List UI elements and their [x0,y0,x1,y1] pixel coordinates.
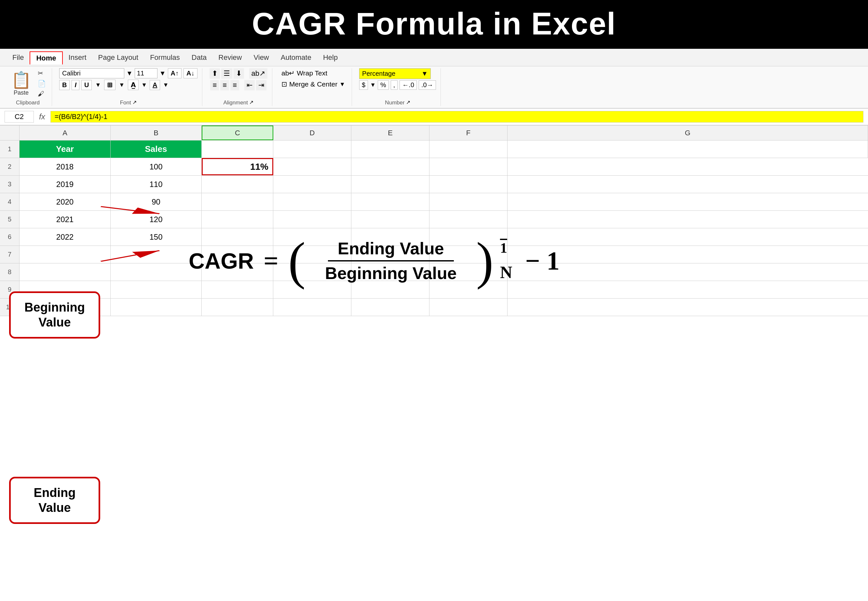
tab-automate[interactable]: Automate [275,51,317,64]
cell-g3[interactable] [507,175,868,193]
tab-data[interactable]: Data [186,51,212,64]
cell-d4[interactable] [273,193,351,211]
cell-a8[interactable] [20,264,111,281]
formula-input[interactable] [50,111,863,123]
align-left-button[interactable]: ≡ [210,80,219,90]
cell-d5[interactable] [273,211,351,228]
cell-a7[interactable] [20,246,111,263]
fill-color-button[interactable]: A̲ [128,80,139,90]
col-header-f[interactable]: F [429,125,507,140]
decrease-decimal-button[interactable]: ←.0 [399,80,417,90]
cell-b5[interactable]: 120 [111,211,202,228]
copy-button[interactable]: 📄 [37,79,47,88]
cell-b8[interactable] [111,264,202,281]
cell-a5[interactable]: 2021 [20,211,111,228]
cell-a1[interactable]: Year [20,140,111,158]
cell-c1[interactable] [202,140,273,158]
cell-g2[interactable] [507,158,868,175]
alignment-expand-icon[interactable]: ↗ [249,99,254,105]
cell-a3[interactable]: 2019 [20,175,111,193]
increase-decimal-button[interactable]: .0→ [419,80,436,90]
cell-c3[interactable] [202,175,273,193]
font-color-button[interactable]: A [150,80,160,90]
align-right-button[interactable]: ≡ [230,80,239,90]
cell-e1[interactable] [351,140,429,158]
font-size-input[interactable] [135,68,157,78]
comma-button[interactable]: , [391,80,398,90]
font-color-dropdown[interactable]: ▼ [163,82,168,88]
cell-c5[interactable] [202,211,273,228]
cell-f4[interactable] [429,193,507,211]
cell-reference-box[interactable] [5,111,34,123]
font-expand-icon[interactable]: ↗ [132,99,137,105]
cell-a4[interactable]: 2020 [20,193,111,211]
cell-d1[interactable] [273,140,351,158]
cell-g1[interactable] [507,140,868,158]
cell-g10[interactable] [507,299,868,316]
orientation-button[interactable]: ab↗ [249,68,267,79]
col-header-a[interactable]: A [20,125,111,140]
increase-indent-button[interactable]: ⇥ [256,80,266,90]
cell-a6[interactable]: 2022 [20,228,111,246]
tab-home[interactable]: Home [30,51,63,64]
align-top-button[interactable]: ⬆ [209,68,220,79]
cell-c2[interactable]: 11% [202,158,273,175]
increase-font-button[interactable]: A↑ [168,68,182,78]
tab-help[interactable]: Help [317,51,344,64]
number-expand-icon[interactable]: ↗ [406,99,410,105]
col-header-b[interactable]: B [111,125,202,140]
bold-button[interactable]: B [59,80,70,90]
tab-insert[interactable]: Insert [63,51,92,64]
cell-f1[interactable] [429,140,507,158]
cell-b2[interactable]: 100 [111,158,202,175]
cell-f3[interactable] [429,175,507,193]
percent-button[interactable]: % [378,80,389,90]
cell-e10[interactable] [351,299,429,316]
tab-view[interactable]: View [248,51,275,64]
cell-e4[interactable] [351,193,429,211]
cell-e2[interactable] [351,158,429,175]
tab-page-layout[interactable]: Page Layout [92,51,144,64]
format-painter-button[interactable]: 🖌 [37,90,47,98]
wrap-text-button[interactable]: ab↵ Wrap Text [280,68,329,78]
cell-f2[interactable] [429,158,507,175]
paste-button[interactable]: 📋 Paste [8,69,34,98]
cell-f5[interactable] [429,211,507,228]
cell-e5[interactable] [351,211,429,228]
cell-b3[interactable]: 110 [111,175,202,193]
font-size-dropdown[interactable]: ▼ [159,70,166,77]
cell-e3[interactable] [351,175,429,193]
italic-button[interactable]: I [72,80,79,90]
align-bottom-button[interactable]: ⬇ [234,68,244,79]
fill-color-dropdown[interactable]: ▼ [141,82,147,88]
cell-d3[interactable] [273,175,351,193]
underline-dropdown[interactable]: ▼ [95,82,101,88]
font-name-input[interactable] [59,68,124,78]
tab-formulas[interactable]: Formulas [144,51,186,64]
cell-b1[interactable]: Sales [111,140,202,158]
cell-a2[interactable]: 2018 [20,158,111,175]
currency-dropdown[interactable]: ▼ [370,82,376,88]
cell-b7[interactable] [111,246,202,263]
col-header-e[interactable]: E [351,125,429,140]
tab-file[interactable]: File [6,51,30,64]
merge-dropdown[interactable]: ▼ [339,81,345,88]
cell-c10[interactable] [202,299,273,316]
col-header-d[interactable]: D [273,125,351,140]
cell-b6[interactable]: 150 [111,228,202,246]
cell-d10[interactable] [273,299,351,316]
number-format-selector[interactable]: Percentage ▼ [359,68,431,79]
font-name-dropdown[interactable]: ▼ [126,70,133,77]
cell-b10[interactable] [111,299,202,316]
cell-d2[interactable] [273,158,351,175]
underline-button[interactable]: U [81,80,92,90]
align-middle-button[interactable]: ☰ [221,68,232,79]
align-center-button[interactable]: ≡ [220,80,229,90]
cut-button[interactable]: ✂ [37,69,47,78]
col-header-c[interactable]: C [202,125,273,140]
col-header-g[interactable]: G [507,125,868,140]
cell-b4[interactable]: 90 [111,193,202,211]
merge-center-button[interactable]: ⊡ Merge & Center ▼ [280,79,347,89]
cell-f10[interactable] [429,299,507,316]
decrease-indent-button[interactable]: ⇤ [245,80,255,90]
